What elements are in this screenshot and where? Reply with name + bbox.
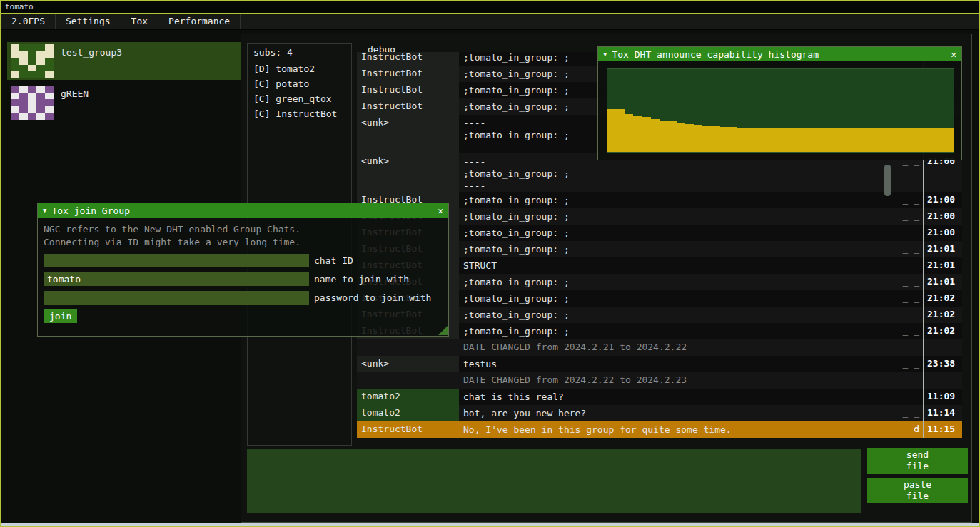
- message-time: 21:02: [923, 290, 962, 307]
- join-field-row: chat ID: [44, 254, 443, 267]
- message-time: 11:14: [923, 405, 962, 421]
- message-text: ;tomato_in_group: ;: [459, 192, 896, 208]
- chat-id-input[interactable]: [44, 254, 309, 267]
- histogram-bar: [789, 128, 798, 152]
- send-file-button[interactable]: send file: [867, 448, 968, 474]
- os-titlebar: tomato: [1, 1, 979, 14]
- close-icon[interactable]: ✕: [951, 49, 956, 60]
- message-row[interactable]: <unk>testus_ _23:38: [357, 356, 962, 372]
- message-text: STRUCT: [459, 257, 896, 274]
- message-flags: [896, 339, 923, 356]
- sender-name: InstructBot: [357, 98, 459, 115]
- histogram-bar: [824, 128, 832, 152]
- message-text: ;tomato_in_group: ;: [459, 225, 896, 241]
- histogram-bar: [919, 128, 928, 152]
- member-item[interactable]: [D] tomato2: [248, 61, 351, 76]
- sender-name: InstructBot: [357, 52, 459, 66]
- message-text: testus: [459, 356, 896, 372]
- message-text: ;tomato_in_group: ;: [459, 290, 896, 307]
- sender-name: InstructBot: [357, 421, 459, 438]
- sender-name: <unk>: [357, 115, 459, 153]
- message-time: 23:38: [923, 356, 962, 372]
- join-group-titlebar[interactable]: ▼ Tox join Group ✕: [38, 203, 448, 218]
- menu-item-tox[interactable]: Tox: [121, 14, 158, 29]
- message-text: ;tomato_in_group: ;: [459, 274, 896, 290]
- collapse-arrow-icon[interactable]: ▼: [43, 207, 46, 214]
- member-item[interactable]: [C] green_qtox: [248, 91, 351, 106]
- histogram-bar: [876, 128, 884, 152]
- sender-name: [357, 372, 459, 389]
- sender-name: <unk>: [357, 356, 459, 372]
- member-count: subs: 4: [248, 44, 351, 61]
- histogram-bar: [616, 109, 625, 152]
- chat-scrollbar[interactable]: [884, 165, 891, 196]
- message-time: 21:00: [923, 225, 962, 241]
- join-group-window: ▼ Tox join Group ✕ NGC refers to the New…: [37, 203, 449, 337]
- histogram-bar: [936, 128, 945, 152]
- dht-histogram-titlebar[interactable]: ▼ Tox DHT announce capability histogram …: [598, 47, 961, 61]
- menu-item-settings[interactable]: Settings: [56, 14, 121, 29]
- close-icon[interactable]: ✕: [438, 205, 443, 216]
- paste-file-button[interactable]: paste file: [867, 478, 968, 503]
- join-button[interactable]: join: [44, 309, 77, 323]
- member-item[interactable]: [C] InstructBot: [248, 106, 351, 121]
- histogram-bar: [746, 128, 754, 152]
- contact-name: test_group3: [54, 42, 122, 58]
- histogram-bar: [841, 128, 849, 152]
- message-input[interactable]: [247, 449, 861, 513]
- dht-histogram-window: ▼ Tox DHT announce capability histogram …: [597, 46, 962, 160]
- histogram-bar: [901, 128, 910, 152]
- histogram-bar: [642, 117, 651, 152]
- join-field-row: password to join with: [44, 291, 443, 305]
- histogram-bar: [737, 128, 746, 152]
- join-field-row: name to join with: [44, 272, 443, 286]
- message-row[interactable]: tomato2chat is this real?_ _11:09: [357, 389, 962, 405]
- histogram-plot: [607, 68, 954, 153]
- member-list: [D] tomato2[C] potato[C] green_qtox[C] I…: [248, 61, 351, 121]
- message-flags: _ _: [896, 225, 923, 241]
- message-flags: _ _: [896, 356, 923, 372]
- message-text: ;tomato_in_group: ;: [459, 208, 896, 225]
- contact-row[interactable]: test_group3: [7, 42, 241, 80]
- histogram-bar: [702, 126, 711, 152]
- contact-row[interactable]: gREEN: [7, 83, 241, 121]
- sender-name: InstructBot: [357, 66, 459, 82]
- message-time: 21:02: [923, 323, 962, 339]
- message-time: 11:15: [923, 421, 962, 438]
- histogram-bar: [729, 127, 737, 152]
- resize-grip-icon[interactable]: [438, 326, 448, 335]
- sender-name: tomato2: [357, 405, 459, 421]
- message-flags: _ _: [896, 192, 923, 208]
- password-to-join-with-input[interactable]: [44, 291, 309, 305]
- contact-avatar: [11, 86, 54, 120]
- message-flags: _ _: [896, 241, 923, 257]
- join-group-title: Tox join Group: [51, 205, 433, 216]
- member-item[interactable]: [C] potato: [248, 76, 351, 91]
- histogram-bar: [763, 128, 772, 152]
- message-row[interactable]: tomato2bot, are you new here?_ _11:14: [357, 405, 962, 421]
- message-flags: _ _: [896, 257, 923, 274]
- name-to-join-with-input[interactable]: [44, 272, 309, 286]
- histogram-bar: [945, 128, 954, 152]
- join-fields: chat IDname to join withpassword to join…: [44, 254, 443, 305]
- message-row[interactable]: InstructBotNo, I've been in this group f…: [357, 421, 962, 438]
- message-time: 21:00: [923, 192, 962, 208]
- menu-bar: 2.0FPSSettingsToxPerformance: [1, 14, 979, 30]
- collapse-arrow-icon[interactable]: ▼: [603, 51, 607, 58]
- join-group-body: NGC refers to the New DHT enabled Group …: [38, 218, 448, 329]
- message-flags: _ _: [896, 389, 923, 405]
- message-text: bot, are you new here?: [459, 405, 896, 421]
- histogram-bar: [685, 124, 694, 152]
- message-flags: _ _: [896, 307, 923, 323]
- sender-name: <unk>: [357, 153, 459, 192]
- histogram-bar: [668, 121, 677, 152]
- menu-item-performance[interactable]: Performance: [158, 14, 241, 29]
- histogram-bar: [781, 128, 789, 152]
- message-flags: _ _: [896, 405, 923, 421]
- sender-name: [357, 339, 459, 356]
- date-changed-text: DATE CHANGED from 2024.2.22 to 2024.2.23: [459, 372, 896, 389]
- menu-item-2-0fps: 2.0FPS: [1, 14, 56, 29]
- histogram-bar: [867, 128, 876, 152]
- contact-list: test_group3gREEN: [7, 42, 241, 125]
- app-window: tomato 2.0FPSSettingsToxPerformance test…: [0, 0, 980, 527]
